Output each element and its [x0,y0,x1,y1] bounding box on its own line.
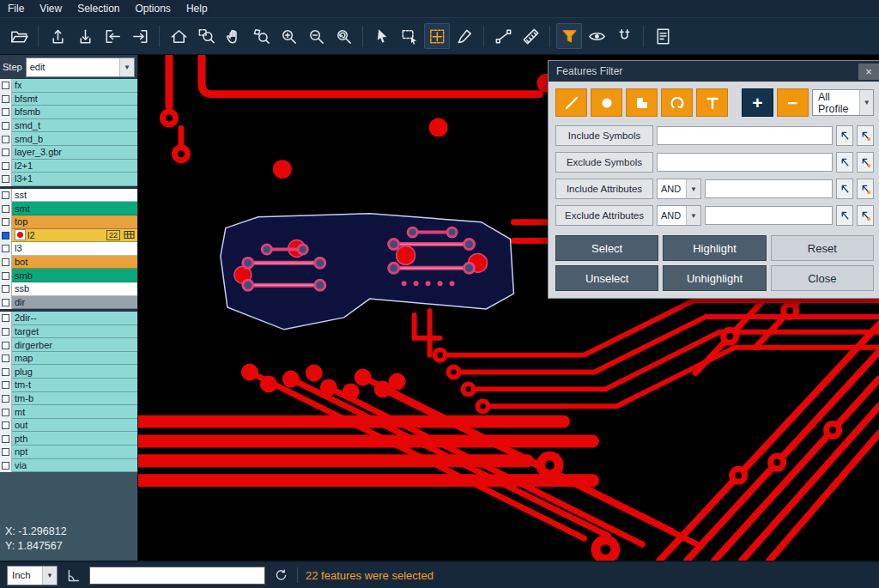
layer-label[interactable]: smd_b [12,132,137,146]
select-button[interactable]: Select [555,235,658,261]
layer-checkbox[interactable] [0,79,12,93]
layer-row-bot[interactable]: bot [0,256,137,270]
layer-row-layer_3.gbr[interactable]: layer_3.gbr [0,146,137,160]
step-dropdown[interactable]: edit ▼ [26,58,135,77]
layer-label[interactable]: top [12,215,137,229]
layer-visibility-icon[interactable] [584,23,609,49]
layer-checkbox[interactable] [0,325,12,339]
layer-label[interactable]: ssb [12,282,137,296]
include-attributes-input[interactable] [705,179,833,198]
layer-checkbox[interactable] [0,93,12,106]
notes-icon[interactable] [650,23,676,49]
unselect-button[interactable]: Unselect [555,265,658,291]
pan-icon[interactable] [221,23,246,49]
command-input[interactable] [89,567,265,585]
profile-dropdown[interactable]: All Profile ▼ [812,89,874,116]
layer-row-l3+1[interactable]: l3+1 [0,173,137,186]
layer-row-sst[interactable]: sst [0,189,137,203]
layer-row-tm-b[interactable]: tm-b [0,392,137,406]
close-icon[interactable]: × [858,64,879,80]
add-filter-button[interactable]: + [742,88,773,117]
layer-row-bfsmb[interactable]: bfsmb [0,106,137,119]
layer-row-2dir--[interactable]: 2dir-- [0,312,137,325]
layer-checkbox[interactable] [0,119,12,133]
layer-label[interactable]: npt [12,446,137,459]
layer-checkbox[interactable] [0,446,12,459]
zoom-out-icon[interactable] [303,23,329,49]
layer-checkbox[interactable] [0,338,12,352]
layer-checkbox[interactable] [0,242,12,256]
layer-checkbox[interactable] [0,189,12,203]
layer-checkbox[interactable] [0,132,12,146]
layer-checkbox[interactable] [0,405,12,419]
unhighlight-button[interactable]: Unhighlight [663,265,766,291]
layer-row-pth[interactable]: pth [0,432,137,446]
menu-selection[interactable]: Selection [70,3,127,15]
pad-tool-icon[interactable] [591,88,622,117]
chevron-down-icon[interactable]: ▼ [686,206,700,225]
layer-label[interactable]: bfsmt [12,93,137,106]
layer-checkbox[interactable] [0,459,12,473]
layer-row-dirgerber[interactable]: dirgerber [0,338,137,352]
layer-checkbox[interactable] [0,229,12,243]
include-attributes-operator-dropdown[interactable]: AND ▼ [657,179,701,199]
layer-checkbox[interactable] [0,173,12,186]
layer-label[interactable]: smd_t [12,119,137,133]
pcb-canvas[interactable]: Features Filter × + − All Profile [138,55,879,561]
layer-label[interactable]: pth [12,432,137,446]
surface-tool-icon[interactable] [626,88,658,117]
layer-row-dir[interactable]: dir [0,296,137,310]
menu-file[interactable]: File [0,3,32,15]
highlight-button[interactable]: Highlight [663,235,766,261]
line-tool-icon[interactable] [555,88,587,117]
layer-row-tm-t[interactable]: tm-t [0,379,137,392]
layer-row-map[interactable]: map [0,352,137,366]
layer-label[interactable]: smb [12,269,137,282]
layer-row-l3[interactable]: l3 [0,242,137,256]
exclude-symbols-button[interactable]: Exclude Symbols [555,152,653,173]
layer-label[interactable]: mt [12,405,137,419]
import-down-icon[interactable] [72,23,98,49]
layer-checkbox[interactable] [0,352,12,366]
reset-button[interactable]: Reset [771,235,874,261]
pick-arrow-plus-icon[interactable] [857,179,874,199]
layer-label[interactable]: dir [12,296,137,310]
zoom-polygon-icon[interactable] [248,23,274,49]
layer-row-via[interactable]: via [0,459,137,473]
layer-label[interactable]: l3+1 [12,173,137,186]
layer-checkbox[interactable] [0,282,12,296]
layer-checkbox[interactable] [0,202,12,215]
layer-checkbox[interactable] [0,432,12,446]
features-filter-icon[interactable] [556,23,582,49]
pick-arrow-icon[interactable] [836,152,853,173]
layer-checkbox[interactable] [0,269,12,282]
snap-icon[interactable] [611,23,637,49]
chevron-down-icon[interactable]: ▼ [119,58,134,76]
layer-label[interactable]: bfsmb [12,106,137,119]
zoom-reset-icon[interactable] [330,23,356,49]
layer-label[interactable]: l222 [12,229,137,243]
angle-measure-icon[interactable] [65,567,82,584]
layer-checkbox[interactable] [0,106,12,119]
cursor-select-icon[interactable] [369,23,395,49]
exclude-attributes-operator-dropdown[interactable]: AND ▼ [657,205,701,226]
chevron-down-icon[interactable]: ▼ [859,90,873,115]
layer-checkbox[interactable] [0,146,12,160]
zoom-in-icon[interactable] [276,23,301,49]
layer-row-fx[interactable]: fx [0,79,137,93]
layer-row-smd_t[interactable]: smd_t [0,119,137,133]
layer-label[interactable]: smt [12,202,137,215]
layer-label[interactable]: target [12,325,137,339]
layer-checkbox[interactable] [0,365,12,379]
layer-label[interactable]: sst [12,189,137,203]
layer-row-bfsmt[interactable]: bfsmt [0,93,137,106]
open-folder-icon[interactable] [6,23,32,49]
include-attributes-button[interactable]: Include Attributes [555,179,653,199]
layer-label[interactable]: tm-b [12,392,137,406]
exclude-attributes-button[interactable]: Exclude Attributes [555,205,653,226]
remove-filter-button[interactable]: − [777,88,809,117]
layer-row-l2[interactable]: l222 [0,229,137,243]
layer-label[interactable]: l3 [12,242,137,256]
import-left-icon[interactable] [100,23,125,49]
clear-highlight-icon[interactable] [452,23,477,49]
